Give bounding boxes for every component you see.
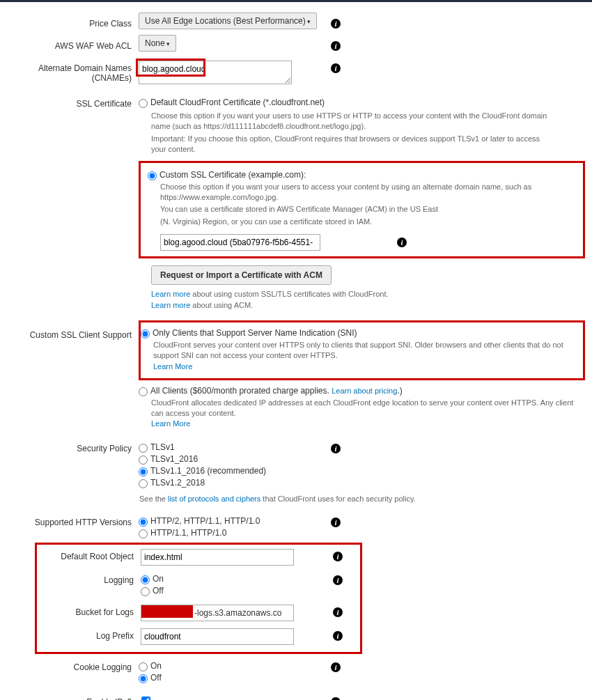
ssl-default-desc1: Choose this option if you want your user… xyxy=(151,111,550,132)
row-http-ver: Supported HTTP Versions HTTP/2, HTTP/1.1… xyxy=(0,515,585,540)
bucket-input[interactable]: -logs.s3.amazonaws.co xyxy=(141,605,294,621)
ipv6-checkbox[interactable] xyxy=(141,697,150,700)
info-icon[interactable]: i xyxy=(331,518,341,527)
label-cookie-logging: Cookie Logging xyxy=(0,660,136,672)
ssl-default-desc2: Important: If you choose this option, Cl… xyxy=(151,134,550,155)
ssl-default-radio[interactable] xyxy=(139,99,148,108)
info-icon[interactable]: i xyxy=(333,552,343,561)
row-waf-acl: AWS WAF Web ACL None i xyxy=(0,38,585,51)
logging-on-radio[interactable] xyxy=(141,575,150,584)
logprefix-input[interactable] xyxy=(141,628,294,645)
sni-only-radio[interactable] xyxy=(141,329,150,339)
label-bucket: Bucket for Logs xyxy=(37,605,138,617)
label-cnames-1: Alternate Domain Names xyxy=(38,63,132,73)
ssl-default-label: Default CloudFront Certificate (*.cloudf… xyxy=(150,98,325,107)
info-icon[interactable]: i xyxy=(397,238,407,247)
sp-tlsv11-2016-radio[interactable] xyxy=(139,467,148,476)
sni-all-label: All Clients ($600/month prorated charge … xyxy=(150,386,403,396)
sp-tlsv12-2018-label: TLSv1.2_2018 xyxy=(150,478,205,488)
ssl-learnmore1-text: about using custom SSL/TLS certificates … xyxy=(190,290,388,298)
label-waf-acl: AWS WAF Web ACL xyxy=(0,38,136,51)
label-sni: Custom SSL Client Support xyxy=(0,320,136,340)
acm-button[interactable]: Request or Import a Certificate with ACM xyxy=(151,265,332,285)
sp-tlsv1-2016-radio[interactable] xyxy=(139,456,148,465)
label-ssl-cert: SSL Certificate xyxy=(0,96,136,109)
info-icon[interactable]: i xyxy=(331,41,341,51)
sp-desc: See the list of protocols and ciphers th… xyxy=(139,494,585,504)
ssl-cert-input[interactable] xyxy=(160,234,320,251)
ssl-custom-desc1: Choose this option if you want your user… xyxy=(160,182,576,203)
logging-off-label: Off xyxy=(153,586,164,596)
label-cnames: Alternate Domain Names (CNAMEs) xyxy=(0,61,136,83)
logging-off-radio[interactable] xyxy=(141,587,150,596)
sni-highlight: Only Clients that Support Server Name In… xyxy=(139,320,585,380)
info-icon[interactable]: i xyxy=(331,697,341,700)
sni-only-desc: CloudFront serves your content over HTTP… xyxy=(153,340,576,361)
sp-protocols-link[interactable]: list of protocols and ciphers xyxy=(168,495,260,503)
http11-label: HTTP/1.1, HTTP/1.0 xyxy=(150,528,226,538)
bucket-redacted xyxy=(141,605,193,618)
waf-acl-select[interactable]: None xyxy=(139,35,176,52)
logging-on-label: On xyxy=(153,574,164,584)
row-ipv6: Enable IPv6 Learn more i xyxy=(0,694,585,700)
row-cnames: Alternate Domain Names (CNAMEs) blog.ago… xyxy=(0,61,585,86)
ssl-custom-label: Custom SSL Certificate (example.com): xyxy=(159,170,306,180)
cookie-on-radio[interactable] xyxy=(139,662,148,671)
sni-all-label-text: All Clients ($600/month prorated charge … xyxy=(150,386,332,396)
sni-all-radio[interactable] xyxy=(139,387,148,396)
price-class-select[interactable]: Use All Edge Locations (Best Performance… xyxy=(139,13,317,29)
label-cnames-2: (CNAMEs) xyxy=(92,73,132,83)
sni-all-close: .) xyxy=(397,386,402,396)
settings-form: Price Class Use All Edge Locations (Best… xyxy=(0,2,592,700)
info-icon[interactable]: i xyxy=(333,575,343,585)
info-icon[interactable]: i xyxy=(331,19,341,29)
bucket-suffix: -logs.s3.amazonaws.co xyxy=(193,605,283,621)
sni-only-label: Only Clients that Support Server Name In… xyxy=(153,328,357,338)
info-icon[interactable]: i xyxy=(333,607,343,617)
cookie-off-radio[interactable] xyxy=(139,674,148,683)
root-obj-input[interactable] xyxy=(141,549,294,566)
label-logprefix: Log Prefix xyxy=(37,628,138,641)
sni-all-learnmore[interactable]: Learn More xyxy=(151,419,190,428)
sp-tlsv1-radio[interactable] xyxy=(139,444,148,453)
info-icon[interactable]: i xyxy=(331,444,341,453)
cookie-off-label: Off xyxy=(150,673,162,683)
row-security-policy: Security Policy TLSv1 TLSv1_2016 TLSv1.1… xyxy=(0,441,585,490)
ssl-learnmore2-link[interactable]: Learn more xyxy=(151,301,190,309)
http2-radio[interactable] xyxy=(139,518,148,527)
label-price-class: Price Class xyxy=(0,16,136,29)
sp-tlsv11-2016-label: TLSv1.1_2016 (recommended) xyxy=(150,466,266,476)
ssl-custom-desc3: (N. Virginia) Region, or you can use a c… xyxy=(160,217,576,227)
sni-all-desc: CloudFront allocates dedicated IP addres… xyxy=(151,398,585,419)
sp-tlsv12-2018-radio[interactable] xyxy=(139,479,148,488)
label-http-ver: Supported HTTP Versions xyxy=(0,515,136,527)
http2-label: HTTP/2, HTTP/1.1, HTTP/1.0 xyxy=(150,516,260,526)
row-cookie-logging: Cookie Logging On Off i xyxy=(0,660,585,685)
info-icon[interactable]: i xyxy=(331,662,341,672)
sni-pricing-link[interactable]: Learn about pricing xyxy=(332,387,397,395)
info-icon[interactable]: i xyxy=(333,631,343,641)
label-ipv6: Enable IPv6 xyxy=(0,694,136,700)
ssl-custom-highlight: Custom SSL Certificate (example.com): Ch… xyxy=(139,161,585,259)
sp-tlsv1-label: TLSv1 xyxy=(150,442,175,452)
info-icon[interactable]: i xyxy=(331,63,341,73)
label-logging: Logging xyxy=(37,573,138,585)
cnames-textarea[interactable]: blog.agood.cloud xyxy=(139,61,292,84)
row-ssl-cert: SSL Certificate Default CloudFront Certi… xyxy=(0,96,585,311)
http11-radio[interactable] xyxy=(139,529,148,538)
ssl-learnmore2-text: about using ACM. xyxy=(190,301,253,309)
ssl-custom-radio[interactable] xyxy=(148,171,157,180)
sni-learnmore-link[interactable]: Learn More xyxy=(153,362,192,371)
cookie-on-label: On xyxy=(150,661,162,671)
row-price-class: Price Class Use All Edge Locations (Best… xyxy=(0,16,585,29)
label-root-obj: Default Root Object xyxy=(37,549,138,561)
ssl-learnmore1-link[interactable]: Learn more xyxy=(151,290,190,298)
root-group-highlight: Default Root Object i Logging On Off i B… xyxy=(35,543,362,654)
sp-tlsv1-2016-label: TLSv1_2016 xyxy=(150,454,198,464)
ssl-custom-desc2: You can use a certificate stored in AWS … xyxy=(160,204,576,215)
label-security-policy: Security Policy xyxy=(0,441,136,453)
